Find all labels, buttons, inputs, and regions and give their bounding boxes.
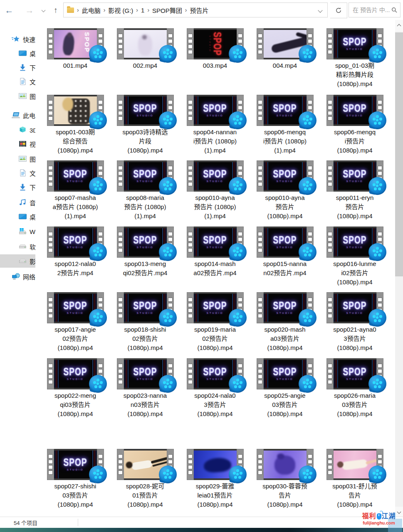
file-item[interactable]: spop030-蓉蓉预 告片 (1080p).mp4 <box>250 449 320 509</box>
file-name[interactable]: spop06-mengq i预告片 (1080p).mp4 <box>322 128 387 155</box>
file-thumbnail[interactable]: SPOPSTUDIO <box>257 292 314 323</box>
file-thumbnail[interactable] <box>117 449 174 480</box>
file-name[interactable]: spop027-shishi 03预告片 (1080p).mp4 <box>43 482 108 509</box>
file-item[interactable]: SPOPSTUDIOspop04-nannan i预告片 (1080p) (1)… <box>180 95 250 155</box>
file-thumbnail[interactable]: SPOPSTUDIO <box>47 449 104 480</box>
sidebar-item-picture-4[interactable]: 图片 <box>0 89 35 103</box>
file-thumbnail[interactable]: SPOPSTUDIO <box>47 292 104 323</box>
sidebar-item-document-3[interactable]: 文档 <box>0 75 35 88</box>
sidebar-item-document-9[interactable]: 文档 <box>0 166 35 180</box>
breadcrumb-item-2[interactable]: 影视 (G:) <box>108 6 133 15</box>
file-thumbnail[interactable] <box>117 28 174 59</box>
file-name[interactable]: spop031-舒儿预 告片 (1080p).mp4 <box>322 482 387 509</box>
file-thumbnail[interactable]: SPOPSTUDIO <box>187 95 244 126</box>
file-item[interactable]: SPOPSTUDIOspop03诗诗精选 片段 (1080p).mp4 <box>110 95 180 155</box>
file-thumbnail[interactable]: SPOPSTUDIO <box>117 292 174 323</box>
sidebar-item-this-pc-5[interactable]: 此电脑 <box>0 108 35 122</box>
file-name[interactable]: spop018-shishi 02预告片 (1080p).mp4 <box>113 325 178 352</box>
file-name[interactable]: spop_01-03期 精彩热舞片段 (1080p).mp4 <box>322 61 387 89</box>
file-thumbnail[interactable]: SPOPSTUDIO <box>326 95 383 126</box>
file-thumbnail[interactable]: SPOPSTUDIO <box>187 292 244 323</box>
file-item[interactable]: SPOPSTUDIOspop_01-03期 精彩热舞片段 (1080p).mp4 <box>320 28 390 89</box>
file-name[interactable]: spop012-nala0 2预告片.mp4 <box>43 259 108 278</box>
recent-locations-button[interactable] <box>38 3 48 17</box>
file-name[interactable]: spop013-meng qi02预告片.mp4 <box>113 259 178 278</box>
sidebar-item-drive-15[interactable]: 影视 (G:) <box>0 254 35 268</box>
file-thumbnail[interactable]: SPOPSTUDIO <box>257 160 314 192</box>
file-thumbnail[interactable] <box>326 449 383 480</box>
search-input[interactable] <box>352 6 391 14</box>
file-name[interactable]: spop030-蓉蓉预 告片 (1080p).mp4 <box>252 482 317 509</box>
file-name[interactable]: spop021-ayna0 3预告片 (1080p).mp4 <box>322 325 387 352</box>
file-name[interactable]: spop011-eryn 预告片 (1080p).mp4 <box>322 193 387 221</box>
file-name[interactable]: spop024-nala0 3预告片 (1080p).mp4 <box>183 391 247 419</box>
file-item[interactable]: SPOPSTUDIOspop017-angie 02预告片 (1080p).mp… <box>40 292 110 352</box>
file-thumbnail[interactable]: SPOPSTUDIO <box>326 358 383 389</box>
breadcrumb-item-4[interactable]: SPOP舞团 <box>152 6 182 15</box>
file-item[interactable]: SPOPSTUDIOspop023-nanna n03预告片 (1080p).m… <box>110 358 180 419</box>
scrollbar-up-button[interactable] <box>395 20 403 32</box>
file-item[interactable]: SPOPSTUDIOspop021-ayna0 3预告片 (1080p).mp4 <box>320 292 390 352</box>
file-item[interactable]: 004.mp4 <box>250 28 320 70</box>
sidebar-item-download-2[interactable]: 下载 <box>0 61 35 74</box>
file-item[interactable]: 002.mp4 <box>110 28 180 70</box>
file-thumbnail[interactable]: SPOPSTUDIO <box>257 358 314 389</box>
file-name[interactable]: spop04-nannan i预告片 (1080p) (1).mp4 <box>183 128 247 155</box>
breadcrumb-item-5[interactable]: 预告片 <box>190 6 208 15</box>
file-thumbnail[interactable]: SPOPSTUDIO <box>257 95 314 126</box>
file-thumbnail[interactable]: SPOPSTUDIO <box>187 358 244 389</box>
file-item[interactable]: spop029-蕾雅 leia01预告片 (1080p).mp4 <box>180 449 250 509</box>
file-item[interactable]: spop031-舒儿预 告片 (1080p).mp4 <box>320 449 390 509</box>
file-name[interactable]: spop06-mengq i预告片 (1080p) (1).mp4 <box>252 128 317 155</box>
file-name[interactable]: spop020-mash a03预告片 (1080p).mp4 <box>252 325 317 352</box>
file-item[interactable]: SPOPSTUDIOspop014-mash a02预告片.mp4 <box>180 227 250 278</box>
file-item[interactable]: SPOPSTUDIOspop010-ayna 预告片 (1080p).mp4 <box>250 160 320 221</box>
file-name[interactable]: spop017-angie 02预告片 (1080p).mp4 <box>43 325 108 352</box>
file-item[interactable]: SPOPSTUDIOspop018-shishi 02预告片 (1080p).m… <box>110 292 180 352</box>
file-item[interactable]: SPOPSTUDIOspop011-eryn 预告片 (1080p).mp4 <box>320 160 390 221</box>
file-thumbnail[interactable]: SPOPSTUDIO <box>47 160 104 192</box>
breadcrumb-item-1[interactable]: 此电脑 <box>82 6 101 15</box>
sidebar-item-network-16[interactable]: 网络 <box>0 270 35 283</box>
vertical-scrollbar[interactable] <box>395 20 403 517</box>
file-item[interactable]: SPOPSTUDIOspop027-shishi 03预告片 (1080p).m… <box>40 449 110 509</box>
back-button[interactable]: ← <box>2 3 16 17</box>
file-item[interactable]: SPOPSTUDIOspop016-lunme i02预告片 (1080p).m… <box>320 227 390 287</box>
file-thumbnail[interactable]: SPOPSTUDIO <box>187 227 244 258</box>
file-thumbnail[interactable]: SPOP <box>47 28 104 59</box>
file-thumbnail[interactable]: SPOPSTUDIO <box>326 28 383 59</box>
file-name[interactable]: spop028-妮可 01预告片 (1080p).mp4 <box>113 482 178 509</box>
file-name[interactable]: spop01-003期 综合预告 (1080p).mp4 <box>43 128 108 155</box>
file-name[interactable]: spop08-maria 预告片 (1080p) (1).mp4 <box>113 193 178 221</box>
file-thumbnail[interactable]: SPOPSTUDIO <box>187 160 244 192</box>
address-dropdown-button[interactable] <box>316 6 324 14</box>
file-name[interactable]: spop029-蕾雅 leia01预告片 (1080p).mp4 <box>183 482 247 509</box>
sidebar-item-cube-6[interactable]: 3D 对象 <box>0 123 35 136</box>
file-name[interactable]: spop023-nanna n03预告片 (1080p).mp4 <box>113 391 178 419</box>
file-item[interactable]: SPOPSTUDIO003.mp4 <box>180 28 250 70</box>
sidebar-item-download-10[interactable]: 下载 <box>0 180 35 194</box>
file-thumbnail[interactable]: SPOPSTUDIO <box>257 227 314 258</box>
sidebar-item-music-11[interactable]: 音乐 <box>0 196 35 209</box>
file-thumbnail[interactable]: SPOPSTUDIO <box>187 28 244 59</box>
file-item[interactable]: SPOPSTUDIOspop022-meng qi03预告片 (1080p).m… <box>40 358 110 419</box>
file-thumbnail[interactable]: SPOPSTUDIO <box>326 292 383 323</box>
up-button[interactable]: ↑ <box>49 3 62 17</box>
file-item[interactable]: SPOPSTUDIOspop012-nala0 2预告片.mp4 <box>40 227 110 278</box>
file-thumbnail[interactable]: SPOPSTUDIO <box>47 358 104 389</box>
sidebar-item-drive-windows-13[interactable]: Windows (C:) <box>0 225 35 238</box>
file-thumbnail[interactable]: SPOPSTUDIO <box>326 160 383 192</box>
file-thumbnail[interactable] <box>187 449 244 480</box>
file-item[interactable]: SPOPSTUDIOspop025-angie 03预告片 (1080p).mp… <box>250 358 320 419</box>
file-name[interactable]: spop03诗诗精选 片段 (1080p).mp4 <box>113 128 178 155</box>
sidebar-item-desktop-1[interactable]: 桌面 <box>0 47 35 60</box>
breadcrumb-item-3[interactable]: 1 <box>141 7 144 14</box>
file-name[interactable]: spop07-masha a预告片 (1080p) (1).mp4 <box>43 193 108 221</box>
forward-button[interactable]: → <box>23 3 36 17</box>
scrollbar-thumb[interactable] <box>395 32 403 276</box>
file-item[interactable]: spop028-妮可 01预告片 (1080p).mp4 <box>110 449 180 509</box>
file-thumbnail[interactable]: SPOPSTUDIO <box>117 227 174 258</box>
file-thumbnail[interactable]: SPOPSTUDIO <box>117 160 174 192</box>
sidebar-item-video-7[interactable]: 视频 <box>0 137 35 150</box>
file-name[interactable]: spop010-ayna 预告片 (1080p) (1).mp4 <box>183 193 247 221</box>
